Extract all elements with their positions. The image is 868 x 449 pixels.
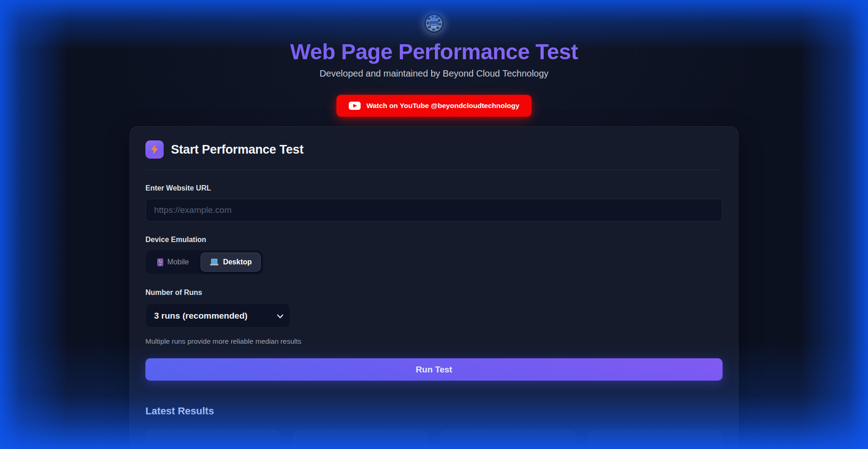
mobile-phone-icon [157, 258, 163, 266]
stat-value: 2061 [337, 446, 383, 449]
runs-select[interactable]: 3 runs (recommended) [145, 303, 290, 328]
stat-value: 0.000 [482, 446, 533, 449]
stat-card: 2061 [293, 430, 428, 449]
mobile-toggle-button[interactable]: Mobile [148, 253, 198, 272]
youtube-button-label: Watch on YouTube @beyondcloudtechnology [367, 102, 520, 110]
stat-card: 78 [588, 430, 723, 449]
youtube-button-row: Watch on YouTube @beyondcloudtechnology [0, 95, 868, 117]
site-header: Web Page Performance Test Developed and … [0, 0, 868, 79]
performance-test-page: Web Page Performance Test Developed and … [0, 0, 868, 449]
stat-value: 84 [202, 446, 224, 449]
results-grid: 84 2061 0.000 78 [145, 430, 723, 449]
device-toggle-group: Mobile Desktop [145, 250, 264, 274]
performance-test-card: Start Performance Test Enter Website URL… [129, 126, 739, 449]
circuit-globe-logo-icon [424, 14, 444, 33]
runs-select-wrap: 3 runs (recommended) [145, 303, 290, 328]
latest-results-heading: Latest Results [145, 405, 723, 417]
youtube-button[interactable]: Watch on YouTube @beyondcloudtechnology [336, 95, 532, 117]
url-input[interactable] [145, 199, 723, 222]
page-title: Web Page Performance Test [0, 39, 868, 64]
mobile-toggle-label: Mobile [167, 258, 189, 266]
desktop-toggle-button[interactable]: Desktop [201, 253, 261, 272]
stat-card: 0.000 [440, 430, 575, 449]
runs-help-text: Multiple runs provide more reliable medi… [145, 337, 723, 346]
page-subtitle: Developed and maintained by Beyond Cloud… [0, 68, 868, 79]
youtube-play-icon [349, 102, 361, 110]
desktop-toggle-label: Desktop [223, 258, 252, 266]
card-title: Start Performance Test [171, 143, 304, 157]
lightning-bolt-icon [145, 140, 164, 159]
stat-value: 78 [644, 446, 666, 449]
card-header: Start Performance Test [145, 140, 723, 159]
divider [145, 170, 723, 170]
stat-card: 84 [145, 430, 280, 449]
laptop-icon [210, 258, 219, 266]
url-label: Enter Website URL [145, 184, 723, 192]
device-emulation-label: Device Emulation [145, 236, 723, 244]
run-test-button[interactable]: Run Test [145, 358, 723, 381]
runs-label: Number of Runs [145, 289, 723, 297]
